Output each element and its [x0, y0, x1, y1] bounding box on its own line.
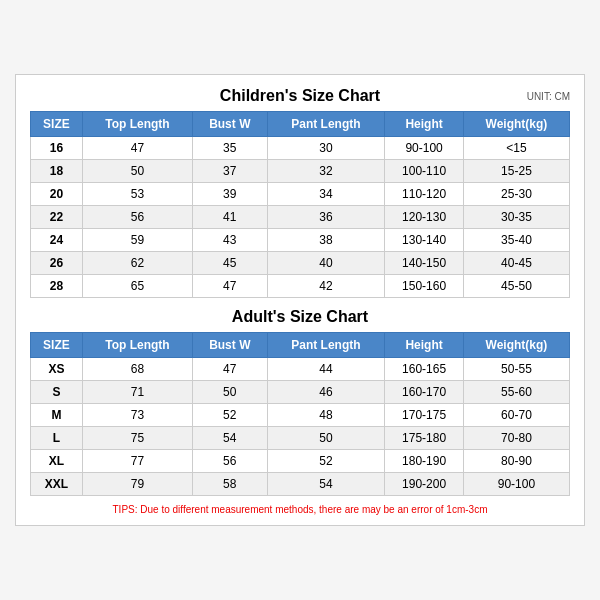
- unit-label: UNIT: CM: [527, 91, 570, 102]
- table-row: XS684744160-16550-55: [31, 358, 570, 381]
- table-row: M735248170-17560-70: [31, 404, 570, 427]
- adults-col-toplength: Top Length: [82, 333, 192, 358]
- chart-container: Children's Size Chart UNIT: CM SIZE Top …: [15, 74, 585, 526]
- children-col-bustw: Bust W: [193, 112, 268, 137]
- table-row: L755450175-18070-80: [31, 427, 570, 450]
- adults-header-row: SIZE Top Length Bust W Pant Length Heigh…: [31, 333, 570, 358]
- tips-text: TIPS: Due to different measurement metho…: [30, 504, 570, 515]
- adults-col-pantlength: Pant Length: [267, 333, 385, 358]
- table-row: 20533934110-12025-30: [31, 183, 570, 206]
- table-row: 1647353090-100<15: [31, 137, 570, 160]
- adults-col-weight: Weight(kg): [463, 333, 569, 358]
- children-col-weight: Weight(kg): [463, 112, 569, 137]
- table-row: S715046160-17055-60: [31, 381, 570, 404]
- table-row: 24594338130-14035-40: [31, 229, 570, 252]
- table-row: 18503732100-11015-25: [31, 160, 570, 183]
- adults-title-row: Adult's Size Chart: [30, 308, 570, 326]
- adults-col-height: Height: [385, 333, 464, 358]
- children-header-row: SIZE Top Length Bust W Pant Length Heigh…: [31, 112, 570, 137]
- table-row: 22564136120-13030-35: [31, 206, 570, 229]
- adults-table: SIZE Top Length Bust W Pant Length Heigh…: [30, 332, 570, 496]
- children-title: Children's Size Chart: [220, 87, 380, 105]
- adults-col-bustw: Bust W: [193, 333, 268, 358]
- children-table: SIZE Top Length Bust W Pant Length Heigh…: [30, 111, 570, 298]
- children-title-row: Children's Size Chart UNIT: CM: [30, 87, 570, 105]
- children-col-toplength: Top Length: [82, 112, 192, 137]
- children-col-height: Height: [385, 112, 464, 137]
- table-row: 28654742150-16045-50: [31, 275, 570, 298]
- adults-title: Adult's Size Chart: [232, 308, 368, 326]
- table-row: 26624540140-15040-45: [31, 252, 570, 275]
- table-row: XXL795854190-20090-100: [31, 473, 570, 496]
- children-col-pantlength: Pant Length: [267, 112, 385, 137]
- table-row: XL775652180-19080-90: [31, 450, 570, 473]
- adults-col-size: SIZE: [31, 333, 83, 358]
- children-col-size: SIZE: [31, 112, 83, 137]
